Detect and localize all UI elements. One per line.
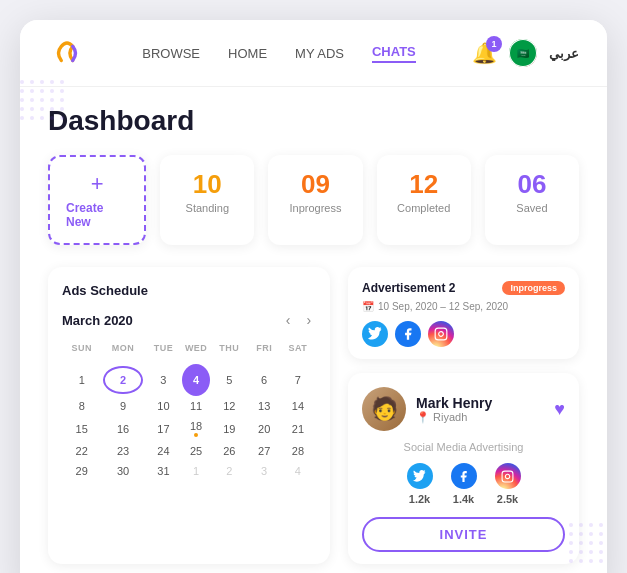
- calendar-day[interactable]: 25: [182, 441, 210, 461]
- cal-mon: MON: [101, 340, 144, 356]
- saved-number: 06: [517, 169, 546, 200]
- ad-card-header: Advertisement 2 Inprogress: [362, 281, 565, 295]
- logo[interactable]: [48, 34, 86, 72]
- calendar-day[interactable]: 4: [280, 461, 316, 481]
- calendar-nav: ‹ ›: [281, 310, 316, 330]
- calendar-day[interactable]: 5: [210, 364, 248, 396]
- calendar-day[interactable]: 15: [62, 416, 101, 441]
- calendar-day[interactable]: 31: [145, 461, 182, 481]
- arabic-label: عربي: [549, 46, 579, 61]
- bell-badge: 1: [486, 36, 502, 52]
- profile-socials: 1.2k 1.4k 2.5k: [362, 463, 565, 505]
- inprogress-label: Inprogress: [290, 202, 342, 214]
- calendar-day[interactable]: 27: [249, 441, 280, 461]
- flag-icon[interactable]: 🇸🇦: [509, 39, 537, 67]
- calendar-day[interactable]: [101, 356, 144, 364]
- calendar-day[interactable]: 10: [145, 396, 182, 416]
- calendar-prev-button[interactable]: ‹: [281, 310, 296, 330]
- calendar-day[interactable]: 29: [62, 461, 101, 481]
- social-media-label: Social Media Advertising: [362, 441, 565, 453]
- calendar-day[interactable]: 26: [210, 441, 248, 461]
- calendar-next-button[interactable]: ›: [301, 310, 316, 330]
- ad-badge: Inprogress: [502, 281, 565, 295]
- svg-rect-3: [435, 328, 447, 340]
- calendar-day[interactable]: 6: [249, 364, 280, 396]
- nav-chats[interactable]: CHATS: [372, 44, 416, 63]
- nav-links: BROWSE HOME MY ADS CHATS: [142, 44, 416, 63]
- ad-instagram-icon[interactable]: [428, 321, 454, 347]
- notification-bell[interactable]: 🔔 1: [472, 41, 497, 65]
- calendar-day[interactable]: 1: [62, 364, 101, 396]
- bottom-row: Ads Schedule March 2020 ‹ › SUN MON TUE: [48, 267, 579, 564]
- calendar-day[interactable]: 30: [101, 461, 144, 481]
- standing-number: 10: [193, 169, 222, 200]
- calendar-day[interactable]: [182, 356, 210, 364]
- nav-right: 🔔 1 🇸🇦 عربي: [472, 39, 579, 67]
- ad-dates: 📅 10 Sep, 2020 – 12 Sep, 2020: [362, 301, 565, 312]
- calendar-header: March 2020 ‹ ›: [62, 310, 316, 330]
- calendar-day[interactable]: 28: [280, 441, 316, 461]
- profile-instagram[interactable]: 2.5k: [495, 463, 521, 505]
- calendar-day[interactable]: 3: [145, 364, 182, 396]
- calendar-day[interactable]: 24: [145, 441, 182, 461]
- calendar-day[interactable]: 23: [101, 441, 144, 461]
- calendar-day[interactable]: 13: [249, 396, 280, 416]
- calendar-day[interactable]: 9: [101, 396, 144, 416]
- ads-schedule-label: Ads Schedule: [62, 283, 316, 298]
- calendar-day[interactable]: [280, 356, 316, 364]
- calendar-day[interactable]: 2: [210, 461, 248, 481]
- calendar-day[interactable]: 19: [210, 416, 248, 441]
- inprogress-number: 09: [301, 169, 330, 200]
- heart-icon[interactable]: ♥: [554, 399, 565, 420]
- calendar-day[interactable]: 3: [249, 461, 280, 481]
- calendar-day[interactable]: 17: [145, 416, 182, 441]
- calendar-day[interactable]: 22: [62, 441, 101, 461]
- nav-home[interactable]: HOME: [228, 46, 267, 61]
- create-new-card[interactable]: + Create New: [48, 155, 146, 245]
- ad-facebook-icon[interactable]: [395, 321, 421, 347]
- page-title: Dashboard: [48, 105, 579, 137]
- standing-label: Standing: [186, 202, 229, 214]
- calendar-day[interactable]: [145, 356, 182, 364]
- calendar-day[interactable]: 7: [280, 364, 316, 396]
- cal-thu: THU: [210, 340, 248, 356]
- calendar-day[interactable]: [249, 356, 280, 364]
- svg-text:🇸🇦: 🇸🇦: [517, 47, 530, 60]
- avatar: 🧑: [362, 387, 406, 431]
- profile-instagram-icon: [495, 463, 521, 489]
- ad-card: Advertisement 2 Inprogress 📅 10 Sep, 202…: [348, 267, 579, 359]
- calendar-day[interactable]: 12: [210, 396, 248, 416]
- stats-row: + Create New 10 Standing 09 Inprogress 1…: [48, 155, 579, 245]
- nav-myads[interactable]: MY ADS: [295, 46, 344, 61]
- facebook-count: 1.4k: [453, 493, 474, 505]
- calendar-day[interactable]: 2: [101, 364, 144, 396]
- calendar-day[interactable]: 21: [280, 416, 316, 441]
- right-column: Advertisement 2 Inprogress 📅 10 Sep, 202…: [348, 267, 579, 564]
- profile-facebook-icon: [451, 463, 477, 489]
- profile-name: Mark Henry: [416, 395, 544, 411]
- calendar-day[interactable]: 16: [101, 416, 144, 441]
- profile-location: 📍 Riyadh: [416, 411, 544, 424]
- completed-label: Completed: [397, 202, 450, 214]
- calendar-day[interactable]: 8: [62, 396, 101, 416]
- nav-browse[interactable]: BROWSE: [142, 46, 200, 61]
- ad-title: Advertisement 2: [362, 281, 455, 295]
- profile-facebook[interactable]: 1.4k: [451, 463, 477, 505]
- calendar-day[interactable]: 4: [182, 364, 210, 396]
- profile-twitter-icon: [407, 463, 433, 489]
- calendar-day[interactable]: 18: [182, 416, 210, 441]
- calendar-day[interactable]: 11: [182, 396, 210, 416]
- svg-rect-5: [502, 471, 513, 482]
- calendar-day[interactable]: [210, 356, 248, 364]
- profile-header: 🧑 Mark Henry 📍 Riyadh ♥: [362, 387, 565, 431]
- calendar-day[interactable]: 20: [249, 416, 280, 441]
- ad-dates-text: 10 Sep, 2020 – 12 Sep, 2020: [378, 301, 508, 312]
- calendar-day[interactable]: [62, 356, 101, 364]
- invite-button[interactable]: INVITE: [362, 517, 565, 552]
- ad-twitter-icon[interactable]: [362, 321, 388, 347]
- standing-card: 10 Standing: [160, 155, 254, 245]
- profile-twitter[interactable]: 1.2k: [407, 463, 433, 505]
- calendar-day[interactable]: 14: [280, 396, 316, 416]
- calendar-section: Ads Schedule March 2020 ‹ › SUN MON TUE: [48, 267, 330, 564]
- calendar-day[interactable]: 1: [182, 461, 210, 481]
